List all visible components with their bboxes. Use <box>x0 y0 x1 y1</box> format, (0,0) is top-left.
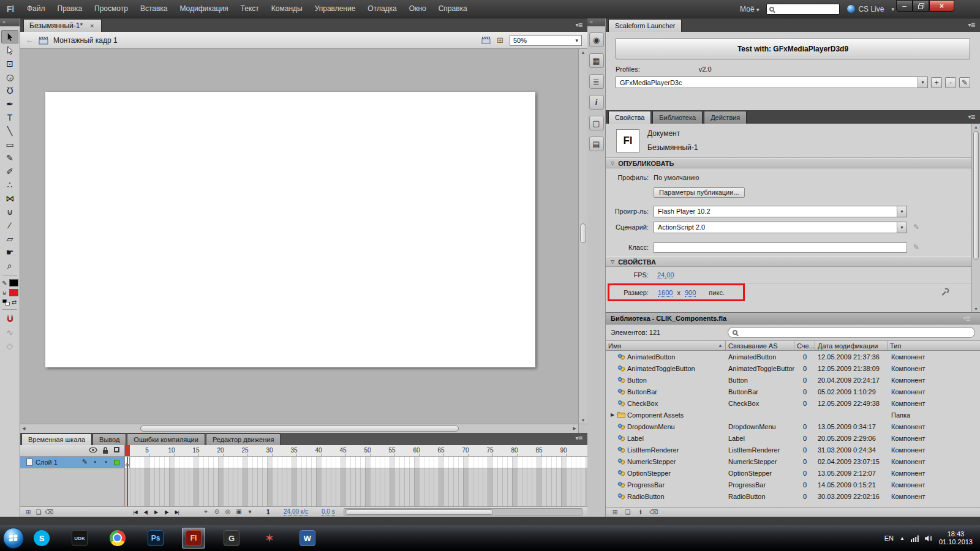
zoom-tool[interactable]: ⌕ <box>1 259 18 272</box>
frame-number-25[interactable]: 25 <box>238 447 252 454</box>
library-row[interactable]: AnimatedButtonAnimatedButton012.05.2009 … <box>606 351 980 362</box>
smooth-option-icon[interactable]: ∿ <box>1 326 18 339</box>
test-with-player-button[interactable]: Test with: GFxMediaPlayerD3d9 <box>616 38 970 59</box>
layer-name[interactable]: Слой 1 <box>36 459 58 466</box>
clock[interactable]: 18:43 01.10.2013 <box>939 530 973 546</box>
remove-profile-button[interactable]: - <box>945 77 956 88</box>
new-folder-icon[interactable]: ❏ <box>624 509 632 515</box>
edit-symbols-icon[interactable]: ⊞ <box>497 36 503 45</box>
delete-item-icon[interactable]: ⌫ <box>649 509 658 515</box>
taskbar-app-chrome[interactable] <box>106 528 129 549</box>
frame-number-45[interactable]: 45 <box>336 447 350 454</box>
center-frame-icon[interactable]: ⌖ <box>202 508 210 515</box>
color-panel-icon[interactable]: ◉ <box>589 32 604 47</box>
cs-live-button[interactable]: CS Live <box>847 5 884 13</box>
add-profile-button[interactable]: + <box>931 77 942 88</box>
rectangle-tool[interactable]: ▭ <box>1 138 18 151</box>
menu-item-7[interactable]: Команды <box>265 0 309 18</box>
scroll-up-icon[interactable]: ▲ <box>972 125 980 129</box>
chevron-down-icon[interactable]: ▾ <box>897 206 907 217</box>
eye-icon[interactable] <box>89 447 97 453</box>
library-row[interactable]: ButtonButton020.04.2009 20:24:17Компонен… <box>606 374 980 386</box>
text-tool[interactable]: T <box>1 111 18 124</box>
edit-scene-icon[interactable] <box>481 36 491 44</box>
chevron-down-icon[interactable]: ▾ <box>897 222 907 233</box>
scroll-up-icon[interactable]: ▲ <box>579 50 587 54</box>
frame-number-30[interactable]: 30 <box>263 447 276 454</box>
playhead-marker[interactable] <box>125 445 130 456</box>
scrollbar-thumb[interactable] <box>973 131 979 260</box>
taskbar-app-word[interactable]: W <box>296 528 319 549</box>
swap-colors-icon[interactable]: ⇄ <box>11 299 17 305</box>
frame-number-10[interactable]: 10 <box>165 447 178 454</box>
tab-properties[interactable]: Свойства <box>608 111 651 124</box>
frame-number-15[interactable]: 15 <box>189 447 203 454</box>
profile-select[interactable]: GFxMediaPlayerD3c ▾ <box>616 77 928 88</box>
column-header-type[interactable]: Тип <box>888 341 980 350</box>
library-row[interactable]: DropdownMenuDropdownMenu013.05.2009 0:34… <box>606 421 980 432</box>
deco-tool[interactable]: ∴ <box>1 178 18 192</box>
column-header-modified[interactable]: Дата модификации <box>815 341 888 350</box>
onion-skin-icon[interactable]: ⊙ <box>213 508 221 515</box>
frame-number-70[interactable]: 70 <box>459 447 472 454</box>
new-layer-folder-icon[interactable]: ❏ <box>34 509 43 515</box>
brush-tool[interactable]: ✐ <box>1 165 18 178</box>
layer-row[interactable]: Слой 1 ✎ • • <box>20 457 124 468</box>
library-row[interactable]: ▶Component AssetsПапка <box>606 409 980 421</box>
library-search-input[interactable] <box>741 329 970 336</box>
info-panel-icon[interactable]: i <box>589 95 604 110</box>
script-select[interactable]: ActionScript 2.0 ▾ <box>654 222 907 233</box>
delete-layer-icon[interactable]: ⌫ <box>45 509 53 515</box>
menu-item-2[interactable]: Правка <box>51 0 89 18</box>
go-to-first-frame-icon[interactable]: |◀ <box>130 509 140 515</box>
edit-profile-button[interactable]: ✎ <box>959 77 970 88</box>
layer-lock-dot[interactable]: • <box>105 458 107 465</box>
scroll-left-icon[interactable]: ◀ <box>22 426 25 431</box>
panel-menu-icon[interactable]: ▾≣ <box>963 18 980 32</box>
menu-item-5[interactable]: Модификация <box>173 0 234 18</box>
tab-timeline-4[interactable]: Редактор движения <box>206 433 281 445</box>
menu-item-11[interactable]: Справка <box>432 0 473 18</box>
outline-icon[interactable] <box>114 447 119 452</box>
frame-number-60[interactable]: 60 <box>410 447 423 454</box>
size-height-value[interactable]: 900 <box>685 289 696 297</box>
snap-to-objects-toggle[interactable] <box>1 312 18 326</box>
start-button[interactable] <box>3 528 24 549</box>
frame-ruler[interactable]: 51015202530354045505560657075808590 <box>125 445 587 457</box>
library-row[interactable]: ListItemRendererListItemRenderer031.03.2… <box>606 444 980 455</box>
canvas-vertical-scrollbar[interactable]: ▲ ▼ <box>578 49 587 424</box>
panel-menu-icon[interactable]: ▾≣ <box>963 110 980 124</box>
panel-menu-icon[interactable]: ▾≣ <box>959 312 975 324</box>
column-header-linkage[interactable]: Связывание AS <box>726 341 794 350</box>
tab-timeline-1[interactable]: Временная шкала <box>21 433 92 445</box>
restore-button[interactable] <box>913 0 929 12</box>
network-icon[interactable] <box>911 535 919 542</box>
taskbar-app-udk[interactable]: UDK <box>68 528 91 549</box>
scroll-down-icon[interactable]: ▼ <box>972 307 980 311</box>
selection-tool[interactable] <box>1 30 18 43</box>
frame-number-40[interactable]: 40 <box>312 447 325 454</box>
close-icon[interactable]: × <box>88 22 96 29</box>
new-symbol-icon[interactable]: ⊞ <box>611 509 619 515</box>
panel-menu-icon[interactable]: ▾≣ <box>571 18 587 32</box>
layer-outline-color-swatch[interactable] <box>114 460 119 465</box>
wrench-icon[interactable] <box>941 288 949 298</box>
new-layer-icon[interactable]: ⊞ <box>24 509 32 515</box>
frame-number-50[interactable]: 50 <box>361 447 374 454</box>
library-row[interactable]: ButtonBarButtonBar005.02.2009 1:10:29Ком… <box>606 386 980 397</box>
close-button[interactable]: × <box>929 0 954 12</box>
show-hidden-icons[interactable]: ▲ <box>900 536 905 541</box>
components-panel-icon[interactable]: ▤ <box>589 137 604 151</box>
library-panel-header[interactable]: Библиотека - CLIK_Components.fla ▾≣ <box>606 312 980 324</box>
breadcrumb[interactable]: Монтажный кадр 1 <box>53 36 118 45</box>
step-back-icon[interactable]: ◀| <box>141 509 150 515</box>
menu-item-8[interactable]: Управление <box>309 0 362 18</box>
hand-tool[interactable]: ☛ <box>1 246 18 259</box>
menu-item-4[interactable]: Вставка <box>134 0 174 18</box>
item-properties-icon[interactable]: ℹ <box>636 509 645 515</box>
publish-section-header[interactable]: ▽ ОПУБЛИКОВАТЬ <box>606 158 971 168</box>
player-select[interactable]: Flash Player 10.2 ▾ <box>654 206 907 217</box>
pencil-tool[interactable]: ✎ <box>1 151 18 165</box>
publish-settings-button[interactable]: Параметры публикации... <box>654 187 745 198</box>
taskbar-app-skype[interactable]: S <box>30 528 53 549</box>
